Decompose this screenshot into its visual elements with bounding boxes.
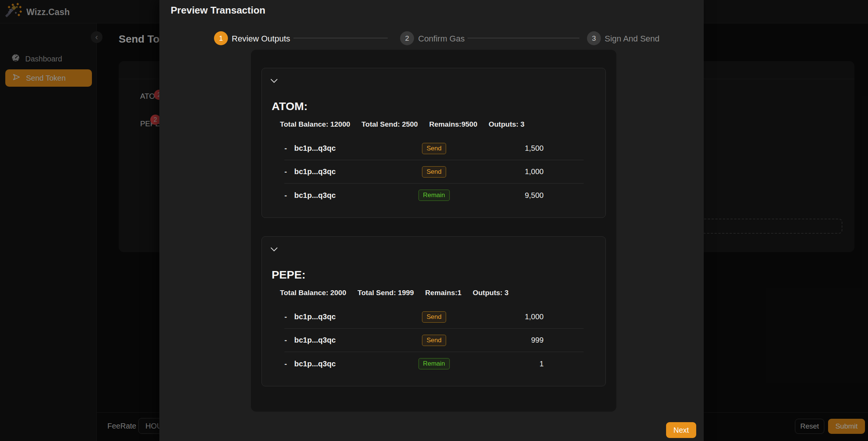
- stat-outputs: Outputs: 3: [489, 120, 524, 129]
- token-stats: Total Balance: 12000 Total Send: 2500 Re…: [280, 120, 524, 129]
- remain-tag: Remain: [419, 190, 450, 201]
- output-row: - bc1p...q3qc Remain 9,500: [284, 184, 584, 207]
- step-3-label: Sign And Send: [605, 34, 660, 44]
- modal-title: Preview Transaction: [171, 5, 265, 16]
- stat-total-send: Total Send: 1999: [358, 289, 414, 297]
- stat-total-balance: Total Balance: 12000: [280, 120, 350, 129]
- row-bullet: -: [284, 144, 294, 153]
- token-card-atom: ATOM: Total Balance: 12000 Total Send: 2…: [261, 68, 606, 218]
- output-address: bc1p...q3qc: [294, 191, 336, 200]
- send-tag: Send: [422, 311, 446, 323]
- output-amount: 1: [539, 360, 584, 368]
- send-tag: Send: [422, 143, 446, 154]
- step-3-circle: 3: [587, 31, 601, 45]
- stat-total-send: Total Send: 2500: [362, 120, 418, 129]
- output-list: - bc1p...q3qc Send 1,500 - bc1p...q3qc S…: [284, 137, 584, 207]
- output-amount: 1,000: [525, 312, 584, 321]
- step-1-circle: 1: [214, 31, 228, 45]
- outputs-wrapper: ATOM: Total Balance: 12000 Total Send: 2…: [251, 50, 616, 412]
- output-row: - bc1p...q3qc Send 1,500: [284, 137, 584, 160]
- remain-tag: Remain: [419, 358, 450, 369]
- row-bullet: -: [284, 167, 294, 176]
- row-bullet: -: [284, 191, 294, 200]
- row-bullet: -: [284, 336, 294, 345]
- send-tag: Send: [422, 166, 446, 178]
- output-address: bc1p...q3qc: [294, 144, 336, 153]
- row-bullet: -: [284, 312, 294, 321]
- output-address: bc1p...q3qc: [294, 336, 336, 345]
- send-tag: Send: [422, 335, 446, 346]
- token-stats: Total Balance: 2000 Total Send: 1999 Rem…: [280, 289, 509, 297]
- output-row: - bc1p...q3qc Remain 1: [284, 352, 584, 375]
- output-row: - bc1p...q3qc Send 1,000: [284, 305, 584, 329]
- step-2-circle: 2: [400, 31, 414, 45]
- stat-outputs: Outputs: 3: [473, 289, 509, 297]
- step-2-label: Confirm Gas: [418, 34, 465, 44]
- row-bullet: -: [284, 360, 294, 368]
- output-address: bc1p...q3qc: [294, 312, 336, 321]
- token-heading: ATOM:: [272, 100, 308, 113]
- step-connector: [293, 38, 388, 38]
- step-1-label: Review Outputs: [232, 34, 290, 44]
- stat-total-balance: Total Balance: 2000: [280, 289, 346, 297]
- stat-remains: Remains:9500: [429, 120, 477, 129]
- output-list: - bc1p...q3qc Send 1,000 - bc1p...q3qc S…: [284, 305, 584, 375]
- output-address: bc1p...q3qc: [294, 360, 336, 368]
- output-amount: 999: [531, 336, 584, 345]
- token-heading: PEPE:: [272, 268, 306, 281]
- next-button[interactable]: Next: [666, 422, 696, 438]
- output-address: bc1p...q3qc: [294, 167, 336, 176]
- output-amount: 1,000: [525, 167, 584, 176]
- output-amount: 1,500: [525, 144, 584, 153]
- stat-remains: Remains:1: [425, 289, 462, 297]
- step-connector: [468, 38, 579, 38]
- preview-transaction-modal: Preview Transaction 1 Review Outputs 2 C…: [159, 0, 704, 441]
- output-row: - bc1p...q3qc Send 999: [284, 329, 584, 352]
- output-amount: 9,500: [525, 191, 584, 200]
- chevron-down-icon[interactable]: [270, 78, 278, 85]
- chevron-down-icon[interactable]: [270, 247, 278, 253]
- token-card-pepe: PEPE: Total Balance: 2000 Total Send: 19…: [261, 236, 606, 386]
- output-row: - bc1p...q3qc Send 1,000: [284, 160, 584, 184]
